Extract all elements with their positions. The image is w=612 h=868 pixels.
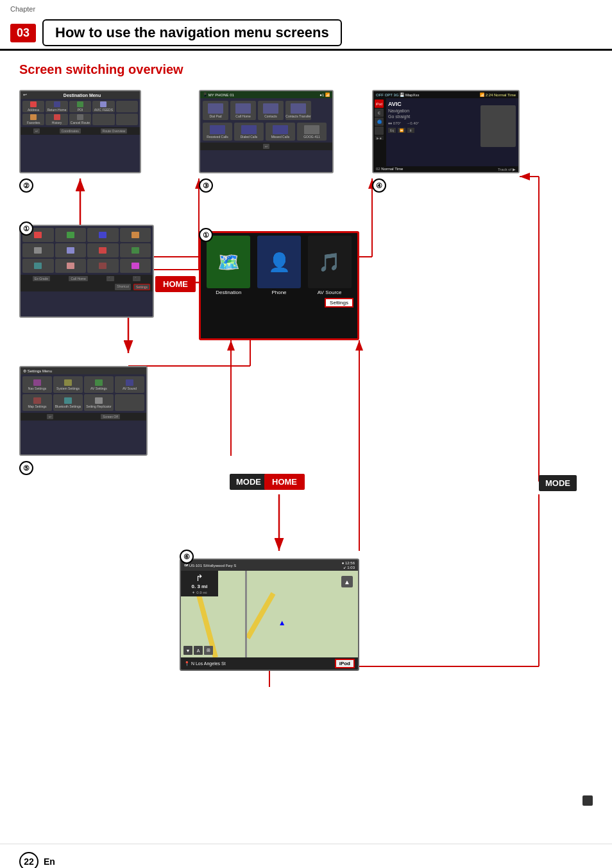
home-button[interactable]: HOME — [155, 276, 196, 292]
label-settings-menu: ⑤ — [19, 461, 33, 475]
chapter-title: How to use the navigation menu screens — [42, 19, 342, 46]
label-nav-map: ⑥ — [180, 550, 194, 564]
label-shortcut-left: ① — [19, 221, 33, 236]
home-button-2[interactable]: HOME — [264, 474, 305, 490]
label-home-center: ① — [199, 228, 213, 242]
dest-menu-thumbnail: ↩ Destination Menu Address Return Home P… — [19, 90, 141, 173]
label-av-source: ④ — [372, 178, 386, 193]
phone-menu-thumbnail: 📱 MY PHONE 01 ●1 📶 Dial Pad Call Home Co… — [199, 90, 334, 173]
nav-street-name: US-101 S/Hollywood Fwy S — [189, 564, 237, 568]
shortcut-thumbnail: Ex-Grade Call Home ⬛ ⬛ Shortcut Settings — [19, 225, 154, 318]
nav-bottom-street: N Los Angeles St — [191, 661, 226, 666]
chapter-header: 03 How to use the navigation menu screen… — [0, 4, 612, 51]
arrows-svg — [0, 83, 612, 841]
page-number: 22 — [19, 852, 38, 868]
label-dest-menu: ② — [19, 178, 33, 193]
footer-square-icon — [582, 795, 593, 806]
home-settings-label: Settings — [325, 298, 353, 308]
nav-map-thumbnail: 🗺 US-101 S/Hollywood Fwy S ● 12:56 ↙ 1:0… — [180, 559, 359, 671]
settings-menu-thumbnail: ⚙ Settings Menu Nav Settings System Sett… — [19, 366, 148, 456]
diagram-area: ↩ Destination Menu Address Return Home P… — [0, 83, 612, 841]
av-source-thumbnail: OFF OPT 3G 💾 MapXxx 📶 2:24 Normal Time i… — [372, 90, 520, 173]
label-phone-menu: ③ — [199, 178, 213, 193]
chapter-number: 03 — [10, 24, 36, 42]
nav-ipod-button[interactable]: iPod — [335, 659, 355, 668]
section-title: Screen switching overview — [0, 51, 612, 83]
footer-language: En — [44, 856, 55, 867]
mode-button-2[interactable]: MODE — [539, 475, 577, 491]
chapter-label: Chapter — [10, 5, 35, 13]
footer: 22 En — [0, 844, 612, 868]
mode-button-1[interactable]: MODE — [230, 474, 268, 490]
home-menu-thumbnail: 🗺️ Destination 👤 Phone 🎵 AV Source Setti… — [199, 231, 359, 340]
